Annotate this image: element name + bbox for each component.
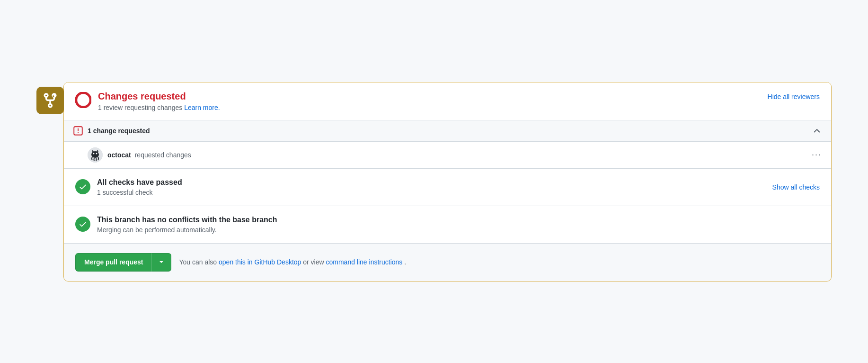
reviewer-left: octocat requested changes xyxy=(88,147,191,163)
merge-button-group: Merge pull request xyxy=(75,253,171,272)
svg-point-6 xyxy=(93,153,95,154)
header-left: Changes requested 1 review requesting ch… xyxy=(75,91,220,111)
no-conflicts-title: This branch has no conflicts with the ba… xyxy=(97,216,277,224)
reviewer-name: octocat requested changes xyxy=(107,151,191,159)
header-title: Changes requested xyxy=(98,91,220,102)
git-network-icon xyxy=(42,92,59,109)
merge-text: You can also open this in GitHub Desktop… xyxy=(179,258,406,266)
file-change-icon xyxy=(73,126,83,136)
change-requested-row: 1 change requested xyxy=(64,120,831,141)
git-icon-box xyxy=(36,87,64,114)
checks-passed-icon xyxy=(75,179,90,194)
changes-requested-icon xyxy=(75,92,91,108)
reviewer-action-text: requested changes xyxy=(135,151,191,159)
checks-section: All checks have passed 1 successful chec… xyxy=(64,169,831,206)
merge-text-suffix: . xyxy=(404,258,406,266)
show-all-checks-button[interactable]: Show all checks xyxy=(772,183,820,191)
learn-more-link[interactable]: Learn more. xyxy=(184,104,220,111)
merge-section: Merge pull request You can also open thi… xyxy=(64,243,831,281)
merge-text-middle: or view xyxy=(303,258,326,266)
checkmark-icon xyxy=(79,182,87,191)
svg-point-7 xyxy=(96,153,97,154)
checks-title: All checks have passed xyxy=(97,178,182,187)
open-github-desktop-link[interactable]: open this in GitHub Desktop xyxy=(219,258,301,266)
outer-container: Changes requested 1 review requesting ch… xyxy=(36,82,832,281)
three-dots-menu[interactable]: ··· xyxy=(812,150,822,160)
merge-text-prefix: You can also xyxy=(179,258,217,266)
chevron-up-icon[interactable] xyxy=(812,126,822,136)
svg-point-5 xyxy=(91,151,99,158)
no-conflicts-section: This branch has no conflicts with the ba… xyxy=(64,206,831,243)
change-requested-left: 1 change requested xyxy=(73,126,150,136)
command-line-instructions-link[interactable]: command line instructions xyxy=(326,258,403,266)
no-conflicts-subtitle: Merging can be performed automatically. xyxy=(97,226,277,234)
no-conflicts-text: This branch has no conflicts with the ba… xyxy=(97,216,277,234)
dropdown-arrow-icon xyxy=(158,258,165,265)
checkmark-icon-2 xyxy=(79,220,87,228)
no-conflicts-icon xyxy=(75,217,90,232)
change-requested-label: 1 change requested xyxy=(88,127,150,135)
checks-left: All checks have passed 1 successful chec… xyxy=(75,178,182,196)
avatar xyxy=(88,147,103,163)
checks-subtitle: 1 successful check xyxy=(97,189,182,196)
checks-text: All checks have passed 1 successful chec… xyxy=(97,178,182,196)
reviewer-row: octocat requested changes ··· xyxy=(64,142,831,168)
hide-reviewers-button[interactable]: Hide all reviewers xyxy=(768,91,820,100)
subtitle-text: 1 review requesting changes xyxy=(98,104,182,111)
card-header: Changes requested 1 review requesting ch… xyxy=(64,82,831,120)
main-card: Changes requested 1 review requesting ch… xyxy=(63,82,832,281)
merge-dropdown-button[interactable] xyxy=(151,253,171,272)
header-text: Changes requested 1 review requesting ch… xyxy=(98,91,220,111)
merge-pull-request-button[interactable]: Merge pull request xyxy=(75,253,151,272)
svg-point-0 xyxy=(76,92,91,107)
header-subtitle: 1 review requesting changes Learn more. xyxy=(98,104,220,111)
octocat-avatar xyxy=(88,147,103,163)
